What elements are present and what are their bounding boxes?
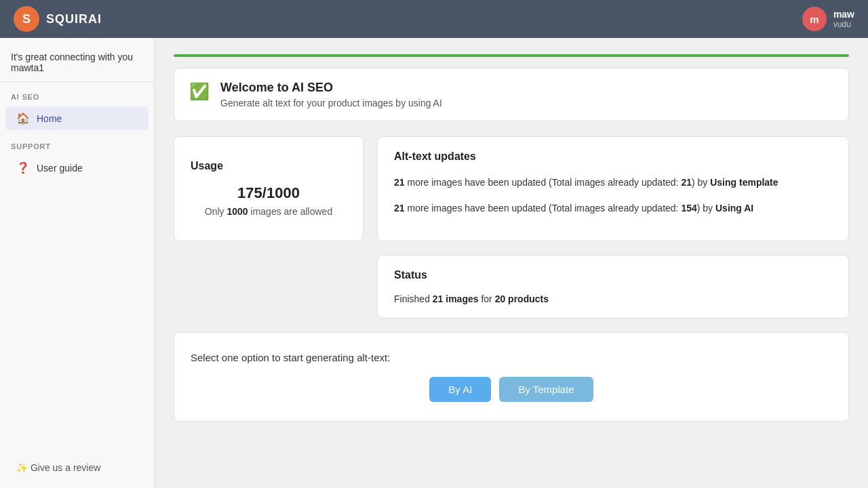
sidebar: It's great connecting with you mawta1 AI… xyxy=(0,38,155,488)
welcome-subtitle: Generate alt text for your product image… xyxy=(220,98,442,108)
sidebar-section-support: SUPPORT xyxy=(0,131,154,155)
welcome-text: Welcome to AI SEO Generate alt text for … xyxy=(220,81,442,108)
logo-icon: S xyxy=(14,6,39,32)
welcome-banner: ✅ Welcome to AI SEO Generate alt text fo… xyxy=(174,68,849,121)
green-top-bar xyxy=(174,54,849,57)
usage-title: Usage xyxy=(191,160,223,172)
user-info: maw vudu xyxy=(833,9,854,29)
sidebar-item-home-label: Home xyxy=(37,113,62,124)
usage-desc: Only 1000 images are allowed xyxy=(191,206,347,217)
check-circle-icon: ✅ xyxy=(189,82,210,101)
select-section: Select one option to start generating al… xyxy=(174,332,849,422)
main-content: ✅ Welcome to AI SEO Generate alt text fo… xyxy=(155,38,868,488)
by-template-button[interactable]: By Template xyxy=(499,377,593,402)
logo: S SQUIRAI xyxy=(14,6,102,32)
alt-text-card: Alt-text updates 21 more images have bee… xyxy=(377,136,849,241)
user-menu[interactable]: m maw vudu xyxy=(802,7,854,31)
status-title: Status xyxy=(394,269,832,281)
usage-card: Usage 175/1000 Only 1000 images are allo… xyxy=(174,136,363,241)
user-sub: vudu xyxy=(833,20,851,29)
topnav: S SQUIRAI m maw vudu xyxy=(0,0,868,38)
sidebar-item-home[interactable]: 🏠 Home xyxy=(5,106,149,130)
status-text: Finished 21 images for 20 products xyxy=(394,293,832,304)
status-row: Status Finished 21 images for 20 product… xyxy=(174,255,849,319)
usage-limit: 1000 xyxy=(227,206,248,217)
status-card: Status Finished 21 images for 20 product… xyxy=(377,255,849,319)
by-ai-button[interactable]: By AI xyxy=(429,377,491,402)
logo-text: SQUIRAI xyxy=(46,12,102,26)
alt-text-row-2: 21 more images have been updated (Total … xyxy=(394,201,832,216)
status-spacer xyxy=(174,255,363,319)
sidebar-item-user-guide-label: User guide xyxy=(37,163,83,174)
alt-text-title: Alt-text updates xyxy=(394,150,832,163)
home-icon: 🏠 xyxy=(16,112,30,125)
question-icon: ❓ xyxy=(16,161,30,174)
avatar: m xyxy=(802,7,827,31)
status-products: 20 products xyxy=(495,293,549,304)
select-buttons: By AI By Template xyxy=(191,377,832,402)
alt-text-row-1: 21 more images have been updated (Total … xyxy=(394,175,832,190)
welcome-title: Welcome to AI SEO xyxy=(220,81,442,95)
sidebar-item-user-guide[interactable]: ❓ User guide xyxy=(5,156,149,180)
user-name: maw xyxy=(833,9,854,20)
sidebar-section-ai-seo: AI SEO xyxy=(0,82,154,105)
sidebar-bottom: ✨ Give us a review xyxy=(0,447,154,488)
status-images: 21 images xyxy=(433,293,479,304)
sidebar-greeting: It's great connecting with you mawta1 xyxy=(0,38,154,82)
give-review-button[interactable]: ✨ Give us a review xyxy=(11,458,143,477)
usage-numbers: 175/1000 xyxy=(191,184,347,202)
select-label: Select one option to start generating al… xyxy=(191,352,390,363)
cards-row: Usage 175/1000 Only 1000 images are allo… xyxy=(174,136,849,241)
review-label: ✨ Give us a review xyxy=(16,462,100,473)
